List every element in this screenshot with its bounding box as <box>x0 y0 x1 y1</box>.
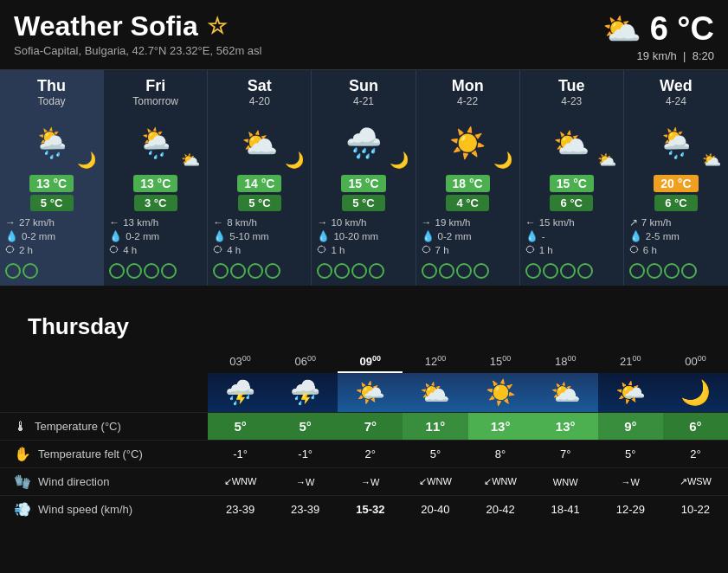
wspd-val-1200: 20-40 <box>403 496 467 523</box>
day-sat[interactable]: Sat 4-20 ⛅ 🌙 14 °C 5 °C ←8 km/h 💧5-10 mm… <box>208 70 312 286</box>
rating-w2 <box>647 263 662 279</box>
rating-su3 <box>351 263 367 279</box>
sun-sat: 4 h <box>227 245 241 255</box>
day-fri[interactable]: Fri Tomorrow 🌦️ ⛅ 13 °C 3 °C ←13 km/h 💧0… <box>104 70 208 286</box>
rating-s2 <box>230 263 246 279</box>
rating-fri <box>104 258 207 286</box>
wdir-val-2100: →W <box>598 468 663 495</box>
day-wed[interactable]: Wed 4-24 🌦️ ⛅ 20 °C 6 °C ↗7 km/h 💧2-5 mm… <box>624 70 728 286</box>
day-tue[interactable]: Tue 4-23 ⛅ ⛅ 15 °C 6 °C ←15 km/h 💧- 🌣1 h <box>520 70 624 286</box>
wdir-val-1200: ↙WNW <box>403 468 467 495</box>
current-details: 19 km/h | 8:20 <box>637 49 714 62</box>
day-thu[interactable]: Thu Today 🌦️ 🌙 13 °C 5 °C →27 km/h 💧0-2 … <box>0 70 104 286</box>
temp-val-0000: 6° <box>663 413 728 440</box>
title-text: Weather Sofia <box>14 10 198 42</box>
precip-wed: 2-5 mm <box>646 231 680 241</box>
rating-t4 <box>577 263 593 279</box>
wspd-val-0000: 10-22 <box>663 496 728 523</box>
day-sat-name: Sat <box>208 77 311 95</box>
wspd-val-0900: 15-32 <box>338 496 403 523</box>
time-1200: 1200 <box>403 351 467 373</box>
rating-s4 <box>265 263 280 279</box>
night-icon-thu: 🌙 <box>77 151 96 170</box>
day-sun[interactable]: Sun 4-21 🌧️ 🌙 15 °C 5 °C →10 km/h 💧10-20… <box>312 70 416 286</box>
temp-low-sat: 5 °C <box>238 195 281 211</box>
wdir-val-0600: →W <box>273 468 338 495</box>
current-temp: ⛅ 6 °C <box>602 10 714 48</box>
temp-low-sun: 5 °C <box>342 195 385 211</box>
temp-label: 🌡 Temperature (°C) <box>0 413 208 440</box>
wspd-val-1500: 20-42 <box>468 496 533 523</box>
header-right: ⛅ 6 °C 19 km/h | 8:20 <box>602 10 714 62</box>
header-left: Weather Sofia ☆ Sofia-Capital, Bulgaria,… <box>14 10 261 57</box>
icon-0900: 🌤️ <box>338 373 403 412</box>
icon-2100: 🌤️ <box>598 373 663 412</box>
app-title: Weather Sofia ☆ <box>14 10 261 42</box>
felt-val-1200: 5° <box>403 441 467 467</box>
time-0600: 0600 <box>273 351 338 373</box>
hand-icon: ✋ <box>14 446 31 462</box>
temp-high-wed: 20 °C <box>654 175 698 192</box>
thermometer-icon: 🌡 <box>14 419 28 435</box>
wind-speed: 19 km/h <box>637 49 677 62</box>
rating-f2 <box>126 263 142 279</box>
wdir-val-0900: →W <box>338 468 403 495</box>
rating-t1 <box>525 263 541 279</box>
time-1800: 1800 <box>533 351 598 373</box>
rating-tue <box>520 258 623 286</box>
day-wed-icon: 🌦️ ⛅ <box>624 111 728 171</box>
rating-wed <box>624 258 728 286</box>
current-weather-icon: ⛅ <box>602 11 641 48</box>
rating-s1 <box>213 263 229 279</box>
day-tue-name: Tue <box>520 77 623 95</box>
rating-c2 <box>23 263 38 279</box>
day-thu-header: Thu Today <box>0 70 103 111</box>
rating-su1 <box>317 263 332 279</box>
temp-val-0300: 5° <box>208 413 273 440</box>
wind-mon: 19 km/h <box>435 217 471 228</box>
wind-sat: 8 km/h <box>227 217 257 228</box>
hourly-title: Thursday <box>14 301 143 347</box>
temp-felt-row: ✋ Temperature felt (°C) -1° -1° 2° 5° 8°… <box>0 440 728 467</box>
day-tue-sub: 4-23 <box>520 95 623 107</box>
wind-sun: 10 km/h <box>331 217 366 228</box>
night-icon-tue: ⛅ <box>597 151 616 170</box>
rating-sun <box>312 258 415 286</box>
felt-val-0900: 2° <box>338 441 403 467</box>
day-tue-details: ←15 km/h 💧- 🌣1 h <box>520 211 623 256</box>
felt-val-1800: 7° <box>533 441 598 467</box>
rating-t3 <box>560 263 576 279</box>
night-icon-sun: 🌙 <box>390 151 409 170</box>
day-sun-icon: 🌧️ 🌙 <box>312 111 415 171</box>
day-mon[interactable]: Mon 4-22 ☀️ 🌙 18 °C 4 °C →19 km/h 💧0-2 m… <box>416 70 520 286</box>
star-icon[interactable]: ☆ <box>207 13 227 40</box>
temp-low-wed: 6 °C <box>654 195 698 211</box>
day-mon-details: →19 km/h 💧0-2 mm 🌣7 h <box>416 211 519 256</box>
wind-speed-label-text: Wind speed (km/h) <box>38 503 132 516</box>
night-icon-wed: ⛅ <box>702 151 721 170</box>
temp-high-thu: 13 °C <box>29 175 74 192</box>
sun-fri: 4 h <box>123 245 137 255</box>
temp-high-fri: 13 °C <box>133 175 177 192</box>
rating-t2 <box>543 263 558 279</box>
time-1500: 1500 <box>468 351 533 373</box>
day-wed-sub: 4-24 <box>624 95 728 107</box>
temp-felt-label: ✋ Temperature felt (°C) <box>0 441 208 467</box>
temp-high-sun: 15 °C <box>341 175 385 192</box>
rating-m2 <box>439 263 454 279</box>
day-fri-temps: 13 °C 3 °C <box>104 171 207 211</box>
icon-1500: ☀️ <box>468 373 533 412</box>
icon-0000: 🌙 <box>663 373 728 412</box>
day-fri-name: Fri <box>104 77 207 95</box>
wind-speed-label: 💨 Wind speed (km/h) <box>0 496 208 523</box>
day-sun-details: →10 km/h 💧10-20 mm 🌣1 h <box>312 211 415 256</box>
rating-w1 <box>629 263 645 279</box>
icon-1800: ⛅ <box>533 373 598 412</box>
current-time: 8:20 <box>693 49 714 62</box>
day-thu-details: →27 km/h 💧0-2 mm 🌣2 h <box>0 211 103 256</box>
felt-val-0000: 2° <box>663 441 728 467</box>
rating-f4 <box>161 263 177 279</box>
temp-val-1500: 13° <box>468 413 533 440</box>
wspd-val-0600: 23-39 <box>273 496 338 523</box>
wind-speed-row: 💨 Wind speed (km/h) 23-39 23-39 15-32 20… <box>0 495 728 523</box>
